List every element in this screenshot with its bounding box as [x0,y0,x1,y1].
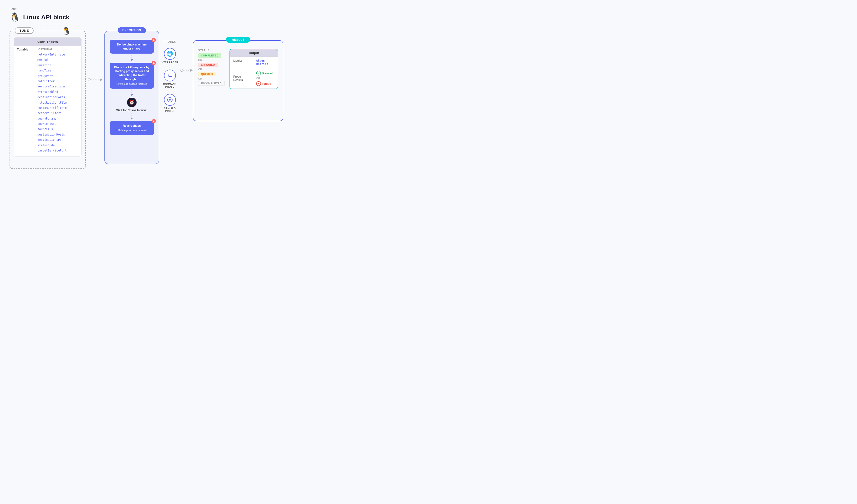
step3-badge [152,119,156,123]
tunable-value: targetServicePort [37,148,67,153]
status-label: STATUS [198,49,225,52]
step1-badge [152,38,156,42]
exec-privilege-2: ℹ Privilege access required [113,82,151,86]
tunable-value: proxyPort [37,74,53,79]
col-tunable: Tunable [17,48,34,51]
arrow-circle [88,79,90,81]
metrics-row: Metrics chaos metrics [230,57,278,68]
arrow-dash [90,80,100,80]
list-item: statusCode [17,143,79,148]
page-title-row: 🐧 Linux API block [10,12,847,22]
arrow-head [100,79,102,81]
list-item: destinationIPs [17,137,79,142]
tune-linux-icon: 🐧 [62,27,71,35]
list-item: httpsEnabled [17,90,79,94]
status-errored: ERRORED [198,63,218,67]
tunable-value: destinationHosts [37,132,65,137]
exec-wait: ⏰ Wait for Chaos Interval [110,98,154,112]
user-inputs-cols: Tunable OPTIONAL [14,46,81,52]
output-header: Output [230,49,278,57]
probe-passed: ✓ Passed [256,71,273,75]
exec-step-1: Derive Linux machine under chaos [110,40,154,54]
arrow-dash-2 [183,70,190,70]
probes-to-result-arrow [180,69,193,72]
page-title: Linux API block [23,14,69,21]
command-probe-icon [164,70,176,82]
svg-point-2 [169,99,171,101]
result-section: RESULT STATUS COMPLETED OR ERRORED OR QU… [193,31,283,121]
list-item: pathFilter [17,79,79,84]
probe-or: OR [256,77,273,80]
linux-icon-large: 🐧 [10,12,20,22]
status-incompleted: INCOMPLETED [198,81,225,86]
list-item: destinationHosts [17,132,79,137]
list-item: serviceDirection [17,84,79,89]
http-probe-icon: 🌐 [164,48,176,60]
list-item: sourceHosts [17,121,79,126]
wait-label: Wait for Chaos Interval [116,109,147,112]
list-item: targetServicePort [17,148,79,153]
srm-probe-icon [164,94,176,106]
result-output-box: Output Metrics chaos metrics ProbeResult… [230,49,278,89]
result-outer-box: RESULT STATUS COMPLETED OR ERRORED OR QU… [193,40,283,121]
execution-label: EXECUTION [117,28,146,33]
tunable-value: sourceIPs [37,127,53,132]
tunable-value: sourceHosts [37,121,56,126]
tunable-value: rampTime [37,68,51,73]
list-item: rampTime [17,68,79,73]
or-2: OR [198,68,225,71]
probe-results-row: ProbeResults ✓ Passed OR ✕ Failed [230,68,278,89]
probe-command: COMMANDPROBE [163,70,177,88]
tune-to-execution-arrow [86,79,104,81]
list-item: httpsRootCertFile [17,100,79,105]
metrics-value: chaos metrics [256,59,274,66]
status-queued: QUEUED [198,72,216,76]
tunable-value: httpsEnabled [37,90,58,94]
tunable-value: statusCode [37,143,54,148]
arrow-down-1 [110,55,154,61]
exec-step-3: Revert chaos ℹ Privilege access required [110,121,154,135]
check-icon: ✓ [256,71,261,75]
srm-probe-name: SRM SLOPROBE [164,107,175,112]
result-status-column: STATUS COMPLETED OR ERRORED OR QUEUED OR… [198,49,225,86]
arrow-head-2 [190,69,193,72]
list-item: duration [17,63,79,68]
arrow-down-2 [110,90,154,96]
tunable-items: networkInterfacemethoddurationrampTimepr… [14,52,81,156]
tune-box: TUNE 🐧 User Inputs Tunable OPTIONAL netw… [10,31,86,169]
http-probe-name: HTTP PROBE [162,61,178,64]
list-item: proxyPort [17,74,79,79]
result-label: RESULT [226,37,250,42]
list-item: headersFilters [17,111,79,116]
diagram-container: TUNE 🐧 User Inputs Tunable OPTIONAL netw… [10,31,847,169]
probe-results-values: ✓ Passed OR ✕ Failed [256,71,273,86]
arrow-circle-2 [180,69,183,72]
user-inputs-header: User Inputs [14,38,81,46]
exec-step-2: Block the API requests by starting proxy… [110,63,154,89]
step2-badge [152,61,156,65]
list-item: method [17,57,79,62]
tunable-value: customCertificates [37,105,68,110]
user-inputs-table: User Inputs Tunable OPTIONAL networkInte… [14,37,82,156]
tunable-value: destinationPorts [37,95,65,100]
list-item: customCertificates [17,105,79,110]
tunable-value: method [37,57,48,62]
tune-label: TUNE [15,28,34,34]
status-completed: COMPLETED [198,53,221,58]
list-item: destinationPorts [17,95,79,100]
execution-box: EXECUTION Derive Linux machine under cha… [104,31,159,164]
probe-results-label: ProbeResults [233,75,252,82]
or-1: OR [198,58,225,62]
probe-http: 🌐 HTTP PROBE [162,48,178,64]
list-item: sourceIPs [17,127,79,132]
x-icon: ✕ [256,81,261,86]
col-optional: OPTIONAL [38,48,53,51]
tunable-value: pathFilter [37,79,54,84]
metrics-label: Metrics [233,59,252,63]
arrow-down-3 [110,114,154,120]
tunable-value: destinationIPs [37,137,62,142]
or-3: OR [198,77,225,80]
tunable-value: httpsRootCertFile [37,100,67,105]
tunable-value: duration [37,63,51,68]
tunable-value: serviceDirection [37,84,65,89]
